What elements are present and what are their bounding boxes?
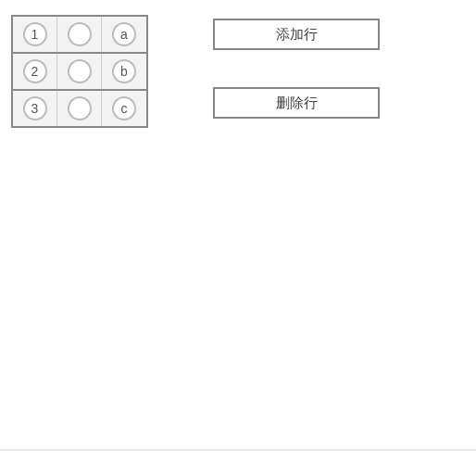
table-row: 2 b — [13, 54, 146, 91]
cell — [57, 91, 102, 126]
cell: c — [102, 91, 146, 126]
cell: 3 — [13, 91, 57, 126]
cell-value — [68, 59, 92, 83]
cell-value: b — [112, 59, 136, 83]
cell-value: a — [112, 22, 136, 46]
cell-value: 2 — [23, 59, 47, 83]
delete-row-button[interactable]: 删除行 — [213, 87, 380, 119]
cell: 2 — [13, 54, 57, 89]
cell: 1 — [13, 17, 57, 52]
cell-value: 3 — [23, 96, 47, 120]
cell — [57, 54, 102, 89]
button-column: 添加行 删除行 — [213, 15, 380, 119]
cell-value — [68, 96, 92, 120]
cell-value: 1 — [23, 22, 47, 46]
table-row: 3 c — [13, 91, 146, 126]
cell: b — [102, 54, 146, 89]
data-table: 1 a 2 b 3 — [11, 15, 148, 128]
table-row: 1 a — [13, 17, 146, 54]
cell: a — [102, 17, 146, 52]
add-row-button[interactable]: 添加行 — [213, 19, 380, 50]
cell-value — [68, 22, 92, 46]
cell — [57, 17, 102, 52]
cell-value: c — [112, 96, 136, 120]
